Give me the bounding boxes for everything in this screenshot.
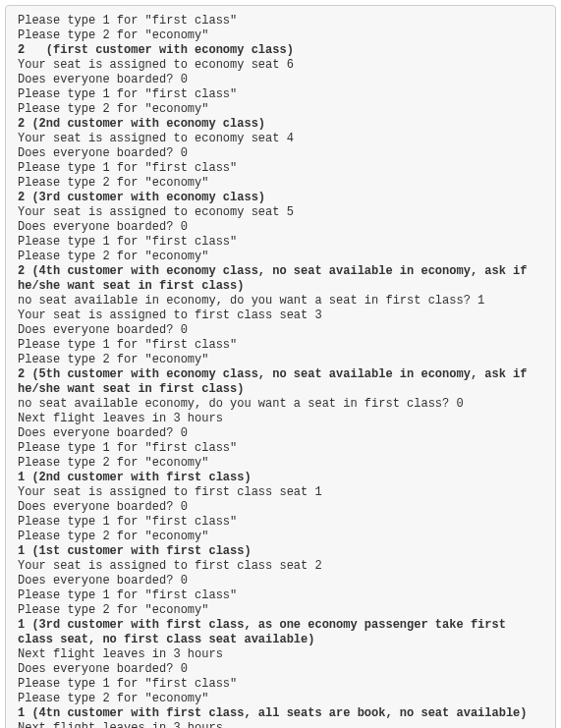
console-line: Next flight leaves in 3 hours xyxy=(18,412,223,425)
console-line: no seat available in economy, do you wan… xyxy=(18,294,484,308)
console-line: Please type 2 for "economy" xyxy=(18,102,208,116)
console-line: 2 (4th customer with economy class, no s… xyxy=(18,264,534,293)
console-line: Please type 1 for "first class" xyxy=(18,235,237,249)
console-line: Please type 1 for "first class" xyxy=(18,338,237,352)
console-line: 1 (1st customer with first class) xyxy=(18,544,252,558)
console-line: Please type 2 for "economy" xyxy=(18,692,208,705)
console-line: Does everyone boarded? 0 xyxy=(18,426,188,440)
console-line: Does everyone boarded? 0 xyxy=(18,73,188,86)
console-line: 1 (3rd customer with first class, as one… xyxy=(18,618,513,646)
console-line: Please type 1 for "first class" xyxy=(18,161,237,175)
console-line: Please type 2 for "economy" xyxy=(18,353,208,366)
console-line: 2 (5th customer with economy class, no s… xyxy=(18,367,534,396)
console-line: Does everyone boarded? 0 xyxy=(18,500,188,514)
console-line: 2 (2nd customer with economy class) xyxy=(18,117,265,131)
console-output: Please type 1 for "first class" Please t… xyxy=(5,5,556,728)
console-line: Please type 1 for "first class" xyxy=(18,441,237,455)
console-line: Does everyone boarded? 0 xyxy=(18,323,188,337)
console-line: Please type 1 for "first class" xyxy=(18,677,237,691)
console-line: Your seat is assigned to economy seat 4 xyxy=(18,132,294,145)
console-line: Please type 2 for "economy" xyxy=(18,28,208,42)
console-line: Does everyone boarded? 0 xyxy=(18,574,188,588)
console-line: Please type 2 for "economy" xyxy=(18,456,208,470)
console-line: Your seat is assigned to economy seat 5 xyxy=(18,205,294,219)
console-line: Please type 1 for "first class" xyxy=(18,515,237,529)
console-line: Does everyone boarded? 0 xyxy=(18,220,188,234)
console-line: Your seat is assigned to first class sea… xyxy=(18,485,322,499)
console-line: Please type 1 for "first class" xyxy=(18,588,237,602)
console-line: Next flight leaves in 3 hours xyxy=(18,647,223,661)
console-line: 2 (first customer with economy class) xyxy=(18,43,294,57)
console-line: Please type 2 for "economy" xyxy=(18,603,208,617)
console-line: Next flight leaves in 3 hours xyxy=(18,721,223,728)
console-line: Does everyone boarded? 0 xyxy=(18,146,188,160)
console-line: Please type 2 for "economy" xyxy=(18,530,208,543)
console-line: Your seat is assigned to economy seat 6 xyxy=(18,58,294,72)
console-line: Please type 2 for "economy" xyxy=(18,176,208,190)
console-line: 1 (2nd customer with first class) xyxy=(18,471,252,484)
console-line: Please type 2 for "economy" xyxy=(18,250,208,263)
console-line: Your seat is assigned to first class sea… xyxy=(18,559,322,573)
console-line: no seat available economy, do you want a… xyxy=(18,397,464,411)
console-line: Please type 1 for "first class" xyxy=(18,87,237,101)
console-line: Your seat is assigned to first class sea… xyxy=(18,308,322,322)
console-line: Please type 1 for "first class" xyxy=(18,14,237,28)
console-line: 1 (4tn customer with first class, all se… xyxy=(18,706,527,720)
console-line: Does everyone boarded? 0 xyxy=(18,662,188,676)
console-line: 2 (3rd customer with economy class) xyxy=(18,191,265,204)
